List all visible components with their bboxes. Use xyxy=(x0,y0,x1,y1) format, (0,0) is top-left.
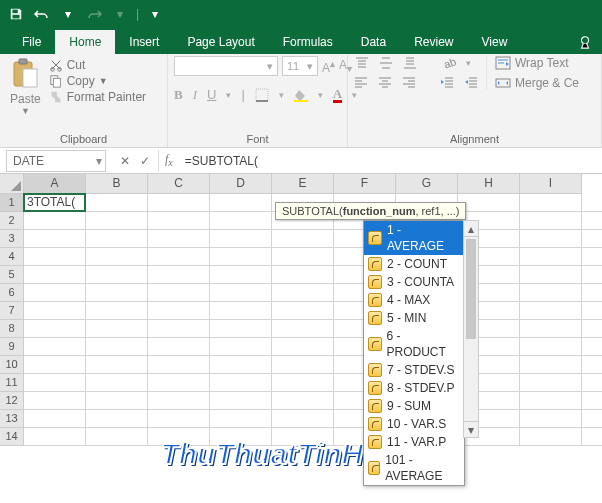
align-bottom-icon[interactable] xyxy=(402,56,418,70)
fn-option[interactable]: 10 - VAR.S xyxy=(364,415,464,433)
cell[interactable] xyxy=(148,374,210,392)
cell[interactable] xyxy=(148,248,210,266)
cell[interactable] xyxy=(582,266,602,284)
cell[interactable] xyxy=(272,410,334,428)
col-head-E[interactable]: E xyxy=(272,174,334,194)
cell[interactable] xyxy=(272,230,334,248)
cell[interactable] xyxy=(582,194,602,212)
fn-option[interactable]: 3 - COUNTA xyxy=(364,273,464,291)
decrease-indent-icon[interactable] xyxy=(440,76,454,88)
cell[interactable] xyxy=(520,320,582,338)
cell[interactable] xyxy=(210,230,272,248)
cell[interactable] xyxy=(272,284,334,302)
cell[interactable] xyxy=(24,302,86,320)
cell[interactable] xyxy=(520,410,582,428)
cell[interactable] xyxy=(148,320,210,338)
cell[interactable] xyxy=(582,248,602,266)
increase-indent-icon[interactable] xyxy=(464,76,478,88)
cell[interactable] xyxy=(86,284,148,302)
cell[interactable] xyxy=(148,392,210,410)
fn-option[interactable]: 2 - COUNT xyxy=(364,255,464,273)
cell[interactable] xyxy=(148,338,210,356)
cell[interactable] xyxy=(272,302,334,320)
font-color-button[interactable]: A xyxy=(333,86,342,103)
cell[interactable] xyxy=(210,338,272,356)
cell[interactable] xyxy=(148,410,210,428)
cell[interactable] xyxy=(272,248,334,266)
fill-color-button[interactable] xyxy=(294,88,308,102)
row-head-13[interactable]: 13 xyxy=(0,410,24,428)
col-head-D[interactable]: D xyxy=(210,174,272,194)
save-icon[interactable] xyxy=(6,4,26,24)
align-center-icon[interactable] xyxy=(378,76,392,88)
cell[interactable] xyxy=(272,320,334,338)
cell[interactable] xyxy=(520,428,582,446)
cell[interactable] xyxy=(520,374,582,392)
col-head-I[interactable]: I xyxy=(520,174,582,194)
cell[interactable] xyxy=(210,410,272,428)
cut-button[interactable]: Cut xyxy=(49,58,146,72)
tab-review[interactable]: Review xyxy=(400,30,467,54)
col-head-H[interactable]: H xyxy=(458,174,520,194)
merge-center-button[interactable]: Merge & Ce xyxy=(495,76,579,90)
cell[interactable] xyxy=(520,230,582,248)
tab-insert[interactable]: Insert xyxy=(115,30,173,54)
bold-button[interactable]: B xyxy=(174,87,183,103)
scroll-thumb[interactable] xyxy=(466,239,476,339)
cell[interactable] xyxy=(86,428,148,446)
cell[interactable] xyxy=(582,212,602,230)
row-head-5[interactable]: 5 xyxy=(0,266,24,284)
cell[interactable] xyxy=(582,320,602,338)
cell[interactable] xyxy=(148,230,210,248)
cell[interactable] xyxy=(582,410,602,428)
cell[interactable] xyxy=(272,338,334,356)
fn-option[interactable]: 11 - VAR.P xyxy=(364,433,464,451)
cell[interactable] xyxy=(210,212,272,230)
cell[interactable] xyxy=(86,338,148,356)
cell[interactable] xyxy=(148,428,210,446)
tab-pagelayout[interactable]: Page Layout xyxy=(173,30,268,54)
cell[interactable] xyxy=(148,266,210,284)
row-head-14[interactable]: 14 xyxy=(0,428,24,446)
cell[interactable] xyxy=(86,374,148,392)
cell[interactable] xyxy=(24,284,86,302)
row-head-9[interactable]: 9 xyxy=(0,338,24,356)
cell[interactable] xyxy=(582,374,602,392)
col-head-G[interactable]: G xyxy=(396,174,458,194)
cell[interactable] xyxy=(272,392,334,410)
cell[interactable] xyxy=(24,266,86,284)
cell[interactable] xyxy=(520,356,582,374)
undo-dropdown-icon[interactable]: ▾ xyxy=(58,4,78,24)
cell[interactable] xyxy=(210,374,272,392)
tab-formulas[interactable]: Formulas xyxy=(269,30,347,54)
function-arg-list[interactable]: 1 - AVERAGE2 - COUNT3 - COUNTA4 - MAX5 -… xyxy=(363,220,465,486)
cell[interactable] xyxy=(582,428,602,446)
col-head-C[interactable]: C xyxy=(148,174,210,194)
col-head-A[interactable]: A xyxy=(24,174,86,194)
cell[interactable] xyxy=(272,374,334,392)
cell[interactable] xyxy=(210,428,272,446)
font-size-combo[interactable]: 11▾ xyxy=(282,56,318,76)
tell-me-icon[interactable] xyxy=(568,30,602,54)
tab-file[interactable]: File xyxy=(8,30,55,54)
cell[interactable] xyxy=(24,392,86,410)
cell[interactable] xyxy=(24,374,86,392)
cell[interactable] xyxy=(520,392,582,410)
cell[interactable] xyxy=(458,194,520,212)
cell[interactable] xyxy=(210,392,272,410)
cell[interactable] xyxy=(582,302,602,320)
row-head-12[interactable]: 12 xyxy=(0,392,24,410)
cell[interactable] xyxy=(86,248,148,266)
align-top-icon[interactable] xyxy=(354,56,370,70)
cell[interactable] xyxy=(24,230,86,248)
cell[interactable] xyxy=(210,320,272,338)
col-head-B[interactable]: B xyxy=(86,174,148,194)
fn-option[interactable]: 9 - SUM xyxy=(364,397,464,415)
cell[interactable] xyxy=(86,392,148,410)
tab-home[interactable]: Home xyxy=(55,30,115,54)
row-head-1[interactable]: 1 xyxy=(0,194,24,212)
active-cell[interactable]: 3TOTAL( xyxy=(23,193,86,212)
tab-data[interactable]: Data xyxy=(347,30,400,54)
customize-qat-icon[interactable]: ▾ xyxy=(145,4,165,24)
cell[interactable] xyxy=(582,230,602,248)
